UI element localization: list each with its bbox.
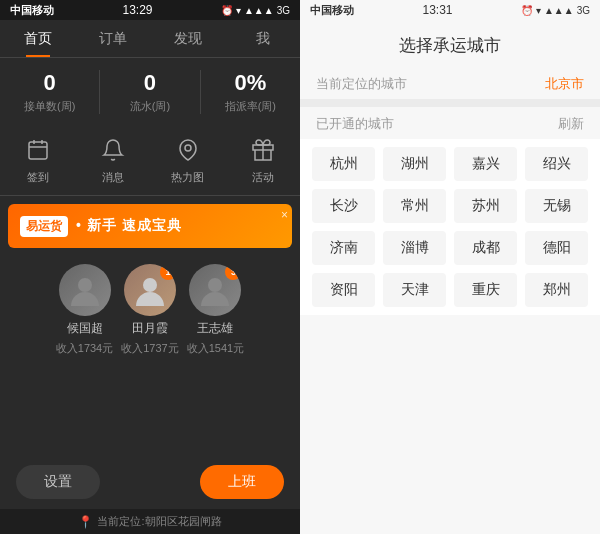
location-bar: 📍 当前定位:朝阳区花园闸路 xyxy=(0,509,300,534)
city-changsha[interactable]: 长沙 xyxy=(312,189,375,223)
right-alarm-icon: ⏰ xyxy=(521,5,533,16)
right-network-icon: 3G xyxy=(577,5,590,16)
checkin-label: 签到 xyxy=(27,170,49,185)
settings-button[interactable]: 设置 xyxy=(16,465,100,499)
left-panel: 中国移动 13:29 ⏰ ▾ ▲▲▲ 3G 首页 订单 发现 我 0 接单数(周… xyxy=(0,0,300,534)
city-ziyang[interactable]: 资阳 xyxy=(312,273,375,307)
right-status-bar: 中国移动 13:31 ⏰ ▾ ▲▲▲ 3G xyxy=(300,0,600,20)
city-wuxi[interactable]: 无锡 xyxy=(525,189,588,223)
nav-tabs: 首页 订单 发现 我 xyxy=(0,20,300,58)
current-location-label: 当前定位的城市 xyxy=(316,75,407,93)
city-hangzhou[interactable]: 杭州 xyxy=(312,147,375,181)
stats-row: 0 接单数(周) 0 流水(周) 0% 指派率(周) xyxy=(0,58,300,122)
city-chongqing[interactable]: 重庆 xyxy=(454,273,517,307)
driver-card-3[interactable]: 3 王志雄 收入1541元 xyxy=(187,264,244,356)
right-panel: 中国移动 13:31 ⏰ ▾ ▲▲▲ 3G 选择承运城市 当前定位的城市 北京市… xyxy=(300,0,600,534)
start-work-button[interactable]: 上班 xyxy=(200,465,284,499)
city-jiaxing[interactable]: 嘉兴 xyxy=(454,147,517,181)
stat-orders-value: 0 xyxy=(44,70,56,96)
tab-orders[interactable]: 订单 xyxy=(75,20,150,57)
action-heatmap[interactable]: 热力图 xyxy=(150,134,225,185)
action-message[interactable]: 消息 xyxy=(75,134,150,185)
left-carrier: 中国移动 xyxy=(10,3,54,18)
stat-orders-label: 接单数(周) xyxy=(24,99,75,114)
city-suzhou[interactable]: 苏州 xyxy=(454,189,517,223)
driver-card-2[interactable]: 1 田月霞 收入1737元 xyxy=(121,264,178,356)
current-location-row: 当前定位的城市 北京市 xyxy=(300,69,600,99)
refresh-button[interactable]: 刷新 xyxy=(558,115,584,133)
network-icon: 3G xyxy=(277,5,290,16)
city-shaoxing[interactable]: 绍兴 xyxy=(525,147,588,181)
svg-rect-0 xyxy=(29,142,47,159)
stat-dispatch-label: 指派率(周) xyxy=(225,99,276,114)
location-text: 当前定位:朝阳区花园闸路 xyxy=(97,514,221,529)
stat-flow-value: 0 xyxy=(144,70,156,96)
svg-point-6 xyxy=(143,278,157,292)
svg-point-5 xyxy=(78,278,92,292)
driver-income-3: 收入1541元 xyxy=(187,341,244,356)
driver-avatar-3: 3 xyxy=(189,264,241,316)
driver-name-3: 王志雄 xyxy=(197,320,233,337)
right-icons: ⏰ ▾ ▲▲▲ 3G xyxy=(521,5,590,16)
driver-badge-3: 3 xyxy=(225,264,241,280)
action-checkin[interactable]: 签到 xyxy=(0,134,75,185)
right-carrier: 中国移动 xyxy=(310,3,354,18)
city-tianjin[interactable]: 天津 xyxy=(383,273,446,307)
tab-home[interactable]: 首页 xyxy=(0,20,75,57)
driver-card-1[interactable]: 候国超 收入1734元 xyxy=(56,264,113,356)
left-status-bar: 中国移动 13:29 ⏰ ▾ ▲▲▲ 3G xyxy=(0,0,300,20)
checkin-icon xyxy=(22,134,54,166)
banner-text: • 新手 速成宝典 xyxy=(76,217,182,235)
activity-label: 活动 xyxy=(252,170,274,185)
opened-cities-label: 已开通的城市 xyxy=(316,115,394,133)
city-chengdu[interactable]: 成都 xyxy=(454,231,517,265)
action-icons: 签到 消息 热力图 xyxy=(0,122,300,196)
heatmap-icon xyxy=(172,134,204,166)
right-time: 13:31 xyxy=(422,3,452,17)
driver-avatar-1 xyxy=(59,264,111,316)
right-wifi-icon: ▾ xyxy=(536,5,541,16)
location-dot-icon: 📍 xyxy=(78,515,93,529)
left-icons: ⏰ ▾ ▲▲▲ 3G xyxy=(221,5,290,16)
wifi-icon: ▾ xyxy=(236,5,241,16)
stat-flow-label: 流水(周) xyxy=(130,99,170,114)
alarm-icon: ⏰ xyxy=(221,5,233,16)
left-time: 13:29 xyxy=(122,3,152,17)
cities-grid: 杭州 湖州 嘉兴 绍兴 长沙 常州 苏州 无锡 济南 淄博 成都 德阳 资阳 天… xyxy=(300,139,600,315)
driver-avatar-2: 1 xyxy=(124,264,176,316)
avatar-photo-1 xyxy=(59,264,111,316)
city-deyang[interactable]: 德阳 xyxy=(525,231,588,265)
city-huzhou[interactable]: 湖州 xyxy=(383,147,446,181)
current-location-value[interactable]: 北京市 xyxy=(545,75,584,93)
tab-discover[interactable]: 发现 xyxy=(150,20,225,57)
divider-1 xyxy=(300,99,600,107)
message-icon xyxy=(97,134,129,166)
svg-point-4 xyxy=(185,145,191,151)
stat-flow: 0 流水(周) xyxy=(100,70,200,114)
driver-name-2: 田月霞 xyxy=(132,320,168,337)
city-zibo[interactable]: 淄博 xyxy=(383,231,446,265)
page-title: 选择承运城市 xyxy=(300,20,600,69)
heatmap-label: 热力图 xyxy=(171,170,204,185)
city-changzhou[interactable]: 常州 xyxy=(383,189,446,223)
stat-dispatch: 0% 指派率(周) xyxy=(201,70,300,114)
drivers-row: 候国超 收入1734元 1 田月霞 收入1737元 xyxy=(8,264,292,356)
driver-name-1: 候国超 xyxy=(67,320,103,337)
action-activity[interactable]: 活动 xyxy=(225,134,300,185)
stat-dispatch-value: 0% xyxy=(234,70,266,96)
banner[interactable]: 易运货 • 新手 速成宝典 × xyxy=(8,204,292,248)
signal-icon: ▲▲▲ xyxy=(244,5,274,16)
city-jinan[interactable]: 济南 xyxy=(312,231,375,265)
stat-orders: 0 接单数(周) xyxy=(0,70,100,114)
city-zhengzhou[interactable]: 郑州 xyxy=(525,273,588,307)
banner-close[interactable]: × xyxy=(281,208,288,222)
tab-me[interactable]: 我 xyxy=(225,20,300,57)
cities-header: 已开通的城市 刷新 xyxy=(300,107,600,139)
svg-point-7 xyxy=(208,278,222,292)
activity-icon xyxy=(247,134,279,166)
driver-income-1: 收入1734元 xyxy=(56,341,113,356)
driver-badge-2: 1 xyxy=(160,264,176,280)
message-label: 消息 xyxy=(102,170,124,185)
right-signal-icon: ▲▲▲ xyxy=(544,5,574,16)
banner-logo: 易运货 xyxy=(20,216,68,237)
